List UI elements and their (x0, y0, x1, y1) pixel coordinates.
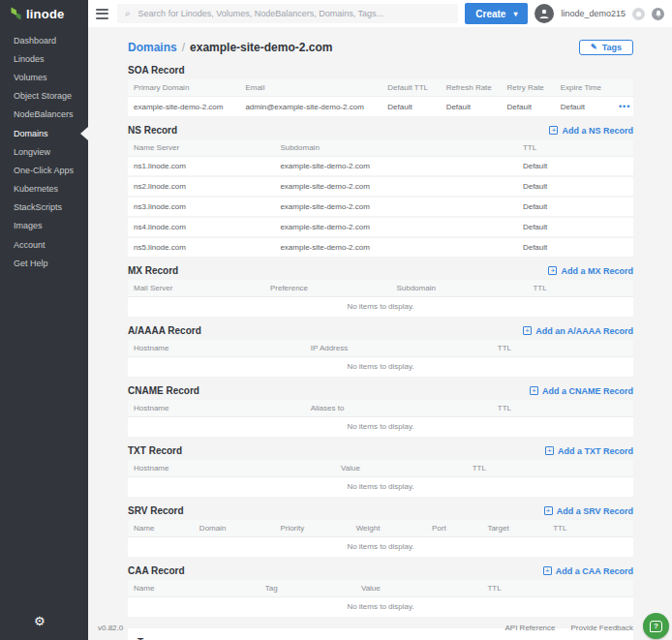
add-record-link-srv-record[interactable]: +Add a SRV Record (544, 506, 633, 516)
column-header-name: Name (128, 580, 260, 597)
column-header-weight: Weight (351, 520, 426, 537)
table-cell: Default (517, 157, 633, 177)
empty-row: No items to display. (128, 477, 633, 499)
section-soa-record: SOA RecordPrimary DomainEmailDefault TTL… (128, 64, 633, 118)
docs-icon[interactable] (632, 8, 645, 20)
sidebar-item-object-storage[interactable]: Object Storage (0, 87, 88, 106)
table-cell: Default (555, 97, 613, 118)
section-mx-record: MX Record+Add a MX RecordMail ServerPref… (128, 264, 633, 319)
help-bubble-icon: ? (650, 621, 662, 632)
pencil-icon: ✎ (591, 44, 597, 51)
add-record-link-a-aaaa-record[interactable]: +Add an A/AAAA Record (523, 326, 633, 336)
sidebar-item-images[interactable]: Images (0, 217, 88, 235)
empty-state-text: No items to display. (128, 357, 633, 379)
sidebar-item-nodebalancers[interactable]: NodeBalancers (0, 106, 88, 124)
section-caa-record: CAA Record+Add a CAA RecordNameTagValueT… (128, 564, 633, 619)
provide-feedback-link[interactable]: Provide Feedback (571, 624, 633, 632)
page-content: Domains / example-site-demo-2.com ✎ Tags… (88, 27, 672, 640)
create-button[interactable]: Create ▾ (465, 3, 528, 24)
feedback-help-button[interactable]: ? (643, 613, 669, 639)
section-header: CAA Record+Add a CAA Record (128, 564, 633, 577)
section-header: SOA Record (128, 64, 633, 76)
avatar[interactable] (535, 4, 554, 23)
section-title: NS Record (128, 125, 177, 136)
add-record-link-mx-record[interactable]: +Add a MX Record (548, 266, 633, 276)
add-record-label: Add a MX Record (561, 266, 633, 276)
section-title: A/AAAA Record (128, 325, 201, 336)
row-actions-icon[interactable]: ••• (619, 102, 627, 111)
api-reference-link[interactable]: API Reference (504, 624, 555, 632)
table-cell: example-site-demo-2.com (274, 197, 517, 217)
logo-text: linode (26, 7, 64, 21)
sidebar-item-kubernetes[interactable]: Kubernetes (0, 180, 88, 198)
table-cell: Default (517, 217, 633, 237)
section-header: A/AAAA Record+Add an A/AAAA Record (128, 324, 633, 337)
sidebar-item-stackscripts[interactable]: StackScripts (0, 198, 88, 217)
table-cell: ns1.linode.com (128, 157, 274, 177)
record-table: NameTagValueTTLNo items to display. (128, 580, 633, 619)
settings-gear-icon[interactable]: ⚙ (34, 614, 46, 628)
sidebar-item-volumes[interactable]: Volumes (0, 68, 88, 86)
footer: v0.82.0 API Reference Provide Feedback (98, 624, 633, 632)
table-cell: Default (441, 97, 502, 118)
column-header-ttl: TTL (492, 340, 633, 357)
breadcrumb-domains-link[interactable]: Domains (128, 41, 177, 54)
plus-box-icon: + (543, 566, 552, 575)
notifications-bell-icon[interactable] (652, 8, 664, 20)
sidebar-item-account[interactable]: Account (0, 235, 88, 254)
empty-row: No items to display. (128, 597, 633, 619)
column-header-expire-time: Expire Time (555, 79, 613, 97)
column-header-subdomain: Subdomain (390, 280, 527, 297)
record-table: HostnameIP AddressTTLNo items to display… (128, 340, 633, 379)
table-cell: admin@example-site-demo-2.com (239, 97, 382, 118)
column-header-retry-rate: Retry Rate (502, 79, 555, 97)
add-record-link-cname-record[interactable]: +Add a CNAME Record (530, 386, 633, 396)
add-record-link-txt-record[interactable]: +Add a TXT Record (545, 446, 633, 456)
create-button-label: Create (475, 9, 505, 19)
empty-row: No items to display. (128, 357, 633, 379)
main-column: ⌕ Create ▾ linode_demo215 (88, 0, 672, 640)
column-header-hostname: Hostname (128, 400, 305, 417)
table-row: ns4.linode.comexample-site-demo-2.comDef… (128, 217, 633, 237)
section-header: TXT Record+Add a TXT Record (128, 444, 633, 457)
sidebar-item-one-click-apps[interactable]: One-Click Apps (0, 161, 88, 179)
add-record-link-caa-record[interactable]: +Add a CAA Record (543, 566, 633, 576)
table-row: ns2.linode.comexample-site-demo-2.comDef… (128, 176, 633, 197)
add-record-label: Add a SRV Record (557, 506, 633, 516)
table-cell: ns3.linode.com (128, 197, 274, 217)
table-row: ns3.linode.comexample-site-demo-2.comDef… (128, 197, 633, 217)
add-record-label: Add a NS Record (562, 126, 633, 136)
version-label: v0.82.0 (98, 624, 123, 632)
section-title: MX Record (128, 265, 178, 276)
sidebar-item-longview[interactable]: Longview (0, 142, 88, 161)
table-cell: Default (517, 237, 633, 258)
column-header-hostname: Hostname (128, 340, 305, 357)
plus-box-icon: + (523, 326, 532, 335)
column-header-tag: Tag (260, 580, 355, 597)
record-table: HostnameAliases toTTLNo items to display… (128, 400, 633, 439)
sidebar-nav: DashboardLinodesVolumesObject StorageNod… (0, 27, 88, 272)
top-bar: ⌕ Create ▾ linode_demo215 (88, 0, 672, 27)
username-label[interactable]: linode_demo215 (561, 9, 626, 18)
record-sections: SOA RecordPrimary DomainEmailDefault TTL… (128, 64, 633, 619)
add-record-link-ns-record[interactable]: +Add a NS Record (549, 126, 633, 136)
column-header-default-ttl: Default TTL (382, 79, 440, 97)
column-header-ttl: TTL (517, 139, 633, 157)
sidebar-item-linodes[interactable]: Linodes (0, 49, 88, 68)
hamburger-menu-icon[interactable] (94, 7, 110, 21)
logo[interactable]: linode (0, 0, 88, 27)
global-search[interactable]: ⌕ (117, 4, 458, 23)
sidebar-item-domains[interactable]: Domains (0, 124, 88, 142)
column-header-actions (613, 79, 633, 97)
search-input[interactable] (137, 8, 451, 19)
column-header-hostname: Hostname (128, 460, 335, 477)
column-header-primary-domain: Primary Domain (128, 79, 239, 97)
edit-tags-button[interactable]: ✎ Tags (579, 40, 633, 55)
plus-box-icon: + (545, 446, 554, 455)
sidebar-item-dashboard[interactable]: Dashboard (0, 31, 88, 49)
sidebar-item-get-help[interactable]: Get Help (0, 254, 88, 272)
column-header-port: Port (426, 520, 481, 537)
column-header-refresh-rate: Refresh Rate (441, 79, 502, 97)
empty-state-text: No items to display. (128, 597, 633, 619)
linode-logo-icon (9, 6, 22, 21)
